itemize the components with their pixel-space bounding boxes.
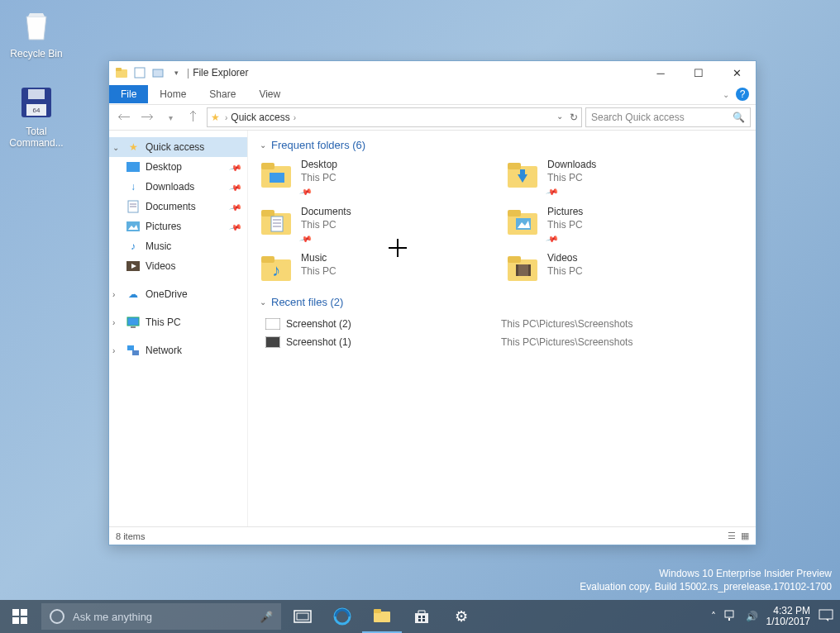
svg-rect-58 [374, 609, 381, 613]
nav-videos[interactable]: Videos [109, 256, 247, 276]
svg-rect-64 [725, 611, 733, 617]
content-pane: ⌄ Frequent folders (6) DesktopThis PC📌 D… [248, 131, 756, 526]
nav-network[interactable]: › Network [109, 340, 247, 360]
chevron-right-icon[interactable]: › [112, 346, 115, 355]
tray-network-icon[interactable] [724, 610, 737, 624]
breadcrumb[interactable]: ★ › Quick access › ⌄ ↻ [207, 107, 582, 127]
details-view-icon[interactable]: ☰ [728, 531, 736, 541]
folder-documents-icon [260, 205, 293, 238]
task-view-button[interactable] [283, 600, 322, 633]
quick-access-star-icon: ★ [211, 112, 220, 123]
svg-rect-43 [516, 264, 518, 276]
svg-rect-44 [528, 264, 531, 276]
recycle-bin-icon [17, 5, 56, 45]
svg-text:64: 64 [33, 107, 41, 114]
tab-file[interactable]: File [109, 85, 148, 103]
item-count: 8 items [116, 531, 145, 541]
documents-icon [126, 199, 141, 214]
svg-rect-62 [418, 619, 421, 621]
image-file-icon [260, 318, 286, 330]
folder-item-pictures[interactable]: PicturesThis PC📌 [506, 205, 744, 245]
folder-item-downloads[interactable]: DownloadsThis PC📌 [506, 158, 744, 198]
desktop-icon-total-commander[interactable]: 64 Total Command... [5, 83, 68, 149]
up-button[interactable]: 🡑 [184, 107, 203, 127]
tab-share[interactable]: Share [198, 85, 247, 103]
minimize-button[interactable]: ─ [642, 61, 680, 84]
svg-rect-66 [819, 610, 833, 619]
file-explorer-window: ▾ | File Explorer ─ ☐ ✕ File Home Share … [108, 60, 756, 545]
tray-volume-icon[interactable]: 🔊 [746, 611, 758, 622]
forward-button[interactable]: 🡒 [137, 107, 157, 127]
gear-icon: ⚙ [455, 607, 468, 626]
tab-view[interactable]: View [247, 85, 292, 103]
properties-icon[interactable] [132, 65, 147, 80]
qat-dropdown-icon[interactable]: ▾ [169, 65, 184, 80]
nav-desktop[interactable]: Desktop 📌 [109, 157, 247, 177]
close-button[interactable]: ✕ [718, 61, 756, 84]
taskbar: Ask me anything 🎤 ⚙ ˄ 🔊 4:32 PM 1/10/201… [0, 600, 840, 633]
cortana-search-input[interactable]: Ask me anything 🎤 [41, 603, 281, 630]
maximize-button[interactable]: ☐ [680, 61, 718, 84]
taskbar-app-settings[interactable]: ⚙ [441, 600, 481, 633]
chevron-down-icon[interactable]: ⌄ [112, 143, 119, 152]
cortana-circle-icon [50, 609, 64, 624]
tab-home[interactable]: Home [148, 85, 198, 103]
desktop-icon-recycle-bin[interactable]: Recycle Bin [5, 5, 68, 59]
microphone-icon[interactable]: 🎤 [260, 611, 273, 623]
group-frequent-folders[interactable]: ⌄ Frequent folders (6) [260, 139, 744, 151]
large-icons-view-icon[interactable]: ▦ [741, 531, 749, 541]
pin-icon: 📌 [545, 231, 559, 246]
address-dropdown-icon[interactable]: ⌄ [556, 112, 563, 123]
tray-clock[interactable]: 4:32 PM 1/10/2017 [766, 606, 810, 627]
recent-file-row[interactable]: Screenshot (1) This PC\Pictures\Screensh… [260, 333, 744, 351]
search-input[interactable]: Search Quick access 🔍 [585, 107, 751, 127]
search-icon: 🔍 [733, 112, 745, 123]
taskbar-app-edge[interactable] [322, 600, 362, 633]
svg-rect-59 [415, 613, 428, 623]
tray-action-center-icon[interactable] [819, 609, 833, 625]
folder-item-documents[interactable]: DocumentsThis PC📌 [260, 205, 498, 245]
svg-rect-60 [418, 616, 421, 618]
folder-item-videos[interactable]: VideosThis PC [506, 251, 744, 284]
chevron-right-icon[interactable]: › [112, 318, 115, 327]
folder-item-music[interactable]: ♪ MusicThis PC [260, 251, 498, 284]
svg-rect-51 [21, 609, 27, 616]
music-note-icon: ♪ [126, 239, 141, 254]
start-button[interactable] [0, 600, 40, 633]
titlebar[interactable]: ▾ | File Explorer ─ ☐ ✕ [109, 61, 756, 84]
svg-rect-61 [422, 616, 425, 618]
pin-icon: 📌 [229, 180, 242, 193]
folder-videos-icon [506, 251, 539, 284]
breadcrumb-item[interactable]: Quick access [231, 112, 289, 123]
nav-downloads[interactable]: ↓ Downloads 📌 [109, 177, 247, 197]
back-button[interactable]: 🡐 [114, 107, 134, 127]
nav-this-pc[interactable]: › This PC [109, 312, 247, 332]
group-recent-files[interactable]: ⌄ Recent files (2) [260, 296, 744, 308]
recent-locations-button[interactable]: ▾ [160, 107, 180, 127]
svg-rect-52 [12, 617, 19, 624]
tray-chevron-up-icon[interactable]: ˄ [711, 611, 716, 622]
desktop: Recycle Bin 64 Total Command... Windows … [0, 0, 840, 633]
desktop-icon-label: Total Command... [5, 126, 68, 149]
nav-documents[interactable]: Documents 📌 [109, 197, 247, 217]
svg-rect-6 [135, 68, 145, 78]
nav-quick-access[interactable]: ⌄ ★ Quick access [109, 137, 247, 157]
desktop-icon-label: Recycle Bin [5, 48, 68, 59]
nav-pictures[interactable]: Pictures 📌 [109, 217, 247, 236]
taskbar-app-file-explorer[interactable] [362, 600, 402, 633]
nav-onedrive[interactable]: › ☁ OneDrive [109, 284, 247, 304]
nav-music[interactable]: ♪ Music [109, 236, 247, 256]
new-folder-icon[interactable] [150, 65, 165, 80]
floppy-disk-icon: 64 [17, 83, 56, 122]
pin-icon: 📌 [229, 200, 242, 213]
taskbar-app-store[interactable] [402, 600, 441, 633]
ribbon-collapse-icon[interactable]: ⌄ [723, 90, 729, 99]
refresh-icon[interactable]: ↻ [570, 112, 578, 123]
frequent-folders-grid: DesktopThis PC📌 DownloadsThis PC📌 Docume… [260, 158, 744, 284]
folder-item-desktop[interactable]: DesktopThis PC📌 [260, 158, 498, 198]
recent-file-row[interactable]: Screenshot (2) This PC\Pictures\Screensh… [260, 315, 744, 333]
help-icon[interactable]: ? [736, 88, 749, 101]
image-file-icon [260, 336, 286, 348]
pin-icon: 📌 [545, 184, 559, 199]
chevron-right-icon[interactable]: › [112, 290, 115, 299]
